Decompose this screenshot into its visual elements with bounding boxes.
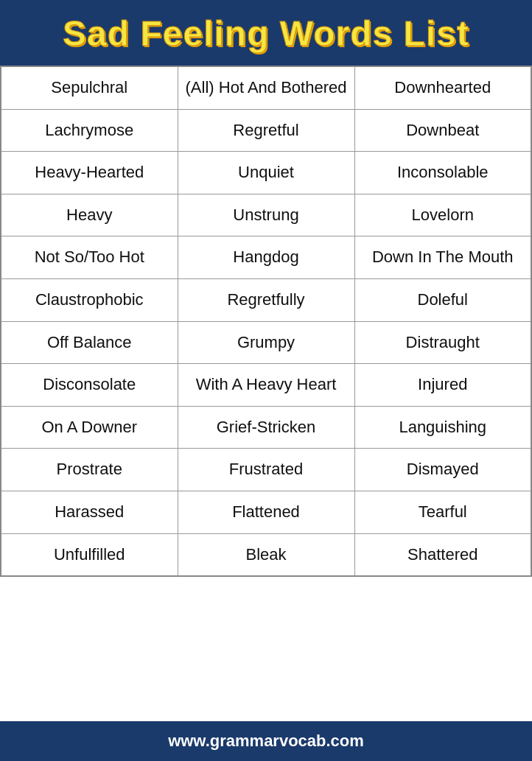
- table-row: UnfulfilledBleakShattered: [1, 533, 531, 576]
- cell-2-2: Inconsolable: [354, 152, 531, 194]
- table-row: HeavyUnstrungLovelorn: [1, 194, 531, 236]
- cell-4-2: Down In The Mouth: [354, 236, 531, 279]
- cell-6-1: Grumpy: [178, 321, 354, 364]
- table-container: Sepulchral(All) Hot And BotheredDownhear…: [0, 66, 532, 721]
- cell-1-1: Regretful: [178, 109, 354, 152]
- page-title: Sad Feeling Words List: [7, 13, 525, 54]
- cell-9-2: Dismayed: [354, 449, 531, 491]
- cell-11-1: Bleak: [178, 533, 354, 576]
- words-table: Sepulchral(All) Hot And BotheredDownhear…: [0, 66, 532, 577]
- cell-10-1: Flattened: [178, 491, 354, 533]
- cell-8-2: Languishing: [354, 406, 531, 449]
- table-row: Sepulchral(All) Hot And BotheredDownhear…: [1, 66, 531, 109]
- table-row: On A DownerGrief-StrickenLanguishing: [1, 406, 531, 449]
- table-row: HarassedFlattenedTearful: [1, 491, 531, 533]
- page-header: Sad Feeling Words List: [0, 0, 532, 66]
- table-row: Heavy-HeartedUnquietInconsolable: [1, 152, 531, 194]
- cell-5-0: Claustrophobic: [1, 278, 178, 321]
- table-row: ClaustrophobicRegretfullyDoleful: [1, 278, 531, 321]
- cell-8-1: Grief-Stricken: [178, 406, 354, 449]
- cell-5-2: Doleful: [354, 278, 531, 321]
- cell-6-2: Distraught: [354, 321, 531, 364]
- cell-0-0: Sepulchral: [1, 66, 178, 109]
- cell-0-1: (All) Hot And Bothered: [178, 66, 354, 109]
- cell-2-0: Heavy-Hearted: [1, 152, 178, 194]
- cell-7-0: Disconsolate: [1, 364, 178, 407]
- cell-4-1: Hangdog: [178, 236, 354, 279]
- cell-7-1: With A Heavy Heart: [178, 364, 354, 407]
- cell-3-1: Unstrung: [178, 194, 354, 236]
- cell-10-2: Tearful: [354, 491, 531, 533]
- footer-url: www.grammarvocab.com: [168, 732, 364, 750]
- cell-9-1: Frustrated: [178, 449, 354, 491]
- cell-8-0: On A Downer: [1, 406, 178, 449]
- cell-5-1: Regretfully: [178, 278, 354, 321]
- cell-3-2: Lovelorn: [354, 194, 531, 236]
- table-row: LachrymoseRegretfulDownbeat: [1, 109, 531, 152]
- table-row: DisconsolateWith A Heavy HeartInjured: [1, 364, 531, 407]
- cell-0-2: Downhearted: [354, 66, 531, 109]
- cell-1-0: Lachrymose: [1, 109, 178, 152]
- table-row: ProstrateFrustratedDismayed: [1, 449, 531, 491]
- cell-2-1: Unquiet: [178, 152, 354, 194]
- cell-9-0: Prostrate: [1, 449, 178, 491]
- cell-11-2: Shattered: [354, 533, 531, 576]
- cell-6-0: Off Balance: [1, 321, 178, 364]
- cell-4-0: Not So/Too Hot: [1, 236, 178, 279]
- cell-1-2: Downbeat: [354, 109, 531, 152]
- table-row: Not So/Too HotHangdogDown In The Mouth: [1, 236, 531, 279]
- table-row: Off BalanceGrumpyDistraught: [1, 321, 531, 364]
- cell-3-0: Heavy: [1, 194, 178, 236]
- cell-11-0: Unfulfilled: [1, 533, 178, 576]
- cell-7-2: Injured: [354, 364, 531, 407]
- cell-10-0: Harassed: [1, 491, 178, 533]
- page-footer: www.grammarvocab.com: [0, 721, 532, 761]
